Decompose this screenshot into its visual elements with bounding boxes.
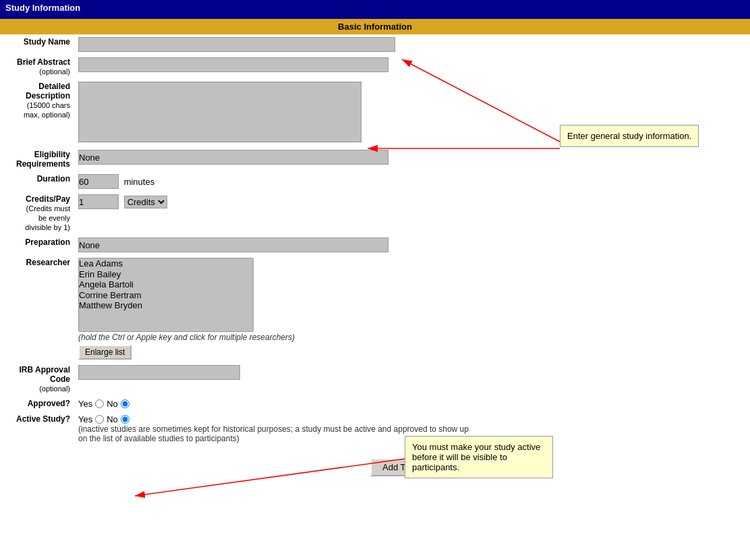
detailed-desc-textarea[interactable] bbox=[78, 82, 362, 142]
approved-cell: Yes No bbox=[74, 396, 548, 412]
preparation-label: Preparation bbox=[0, 235, 74, 255]
active-yes-label: Yes bbox=[78, 414, 92, 424]
researcher-cell: Lea Adams Erin Bailey Angela Bartoli Cor… bbox=[74, 255, 548, 362]
researcher-option: Matthew Bryden bbox=[79, 300, 253, 311]
eligibility-input[interactable] bbox=[78, 150, 388, 165]
eligibility-cell bbox=[74, 147, 548, 171]
researcher-label: Researcher bbox=[0, 255, 74, 362]
researcher-option: Corrine Bertram bbox=[79, 290, 253, 301]
study-name-input[interactable] bbox=[78, 37, 395, 52]
researcher-option: Angela Bartoli bbox=[79, 279, 253, 290]
researcher-option: Lea Adams bbox=[79, 258, 253, 269]
minutes-label: minutes bbox=[124, 177, 155, 187]
preparation-cell bbox=[74, 235, 548, 255]
credits-label: Credits/Pay (Credits mustbe evenlydivisi… bbox=[0, 192, 74, 235]
header-title: Study Information bbox=[5, 3, 80, 13]
page-header: Study Information bbox=[0, 0, 750, 19]
study-name-cell bbox=[74, 34, 548, 55]
approved-label: Approved? bbox=[0, 396, 74, 412]
hint-box-2: You must make your study active before i… bbox=[405, 436, 553, 478]
section-title: Basic Information bbox=[0, 19, 750, 34]
approved-no-radio[interactable] bbox=[121, 399, 129, 408]
irb-label: IRB ApprovalCode (optional) bbox=[0, 362, 74, 396]
credits-input[interactable] bbox=[78, 194, 119, 209]
brief-abstract-cell bbox=[74, 55, 548, 79]
study-name-label: Study Name bbox=[0, 34, 74, 55]
brief-abstract-label: Brief Abstract (optional) bbox=[0, 55, 74, 79]
approved-yes-label: Yes bbox=[78, 399, 92, 409]
approved-yes-radio[interactable] bbox=[95, 399, 104, 408]
eligibility-label: EligibilityRequirements bbox=[0, 147, 74, 171]
hint1-text: Enter general study information. bbox=[567, 131, 691, 141]
detailed-desc-label: DetailedDescription (15000 charsmax, opt… bbox=[0, 79, 74, 147]
hint-box-1: Enter general study information. bbox=[560, 125, 699, 147]
approved-no-label: No bbox=[107, 399, 118, 409]
duration-label: Duration bbox=[0, 171, 74, 192]
irb-input[interactable] bbox=[78, 365, 240, 380]
credits-type-select[interactable]: Credits Pay bbox=[124, 196, 167, 208]
researcher-listbox[interactable]: Lea Adams Erin Bailey Angela Bartoli Cor… bbox=[78, 258, 254, 332]
active-yes-radio[interactable] bbox=[95, 415, 104, 424]
hint2-text: You must make your study active before i… bbox=[412, 442, 540, 472]
active-study-label: Active Study? bbox=[0, 412, 74, 446]
irb-cell bbox=[74, 362, 548, 396]
duration-cell: minutes bbox=[74, 171, 548, 192]
researcher-helper-text: (hold the Ctrl or Apple key and click fo… bbox=[78, 333, 295, 342]
detailed-desc-cell bbox=[74, 79, 548, 147]
enlarge-list-button[interactable]: Enlarge list bbox=[78, 345, 132, 360]
credits-cell: Credits Pay bbox=[74, 192, 548, 235]
brief-abstract-input[interactable] bbox=[78, 57, 388, 72]
active-no-label: No bbox=[107, 414, 118, 424]
duration-input[interactable] bbox=[78, 174, 119, 189]
preparation-input[interactable] bbox=[78, 237, 388, 252]
researcher-option: Erin Bailey bbox=[79, 269, 253, 280]
active-no-radio[interactable] bbox=[121, 415, 129, 424]
